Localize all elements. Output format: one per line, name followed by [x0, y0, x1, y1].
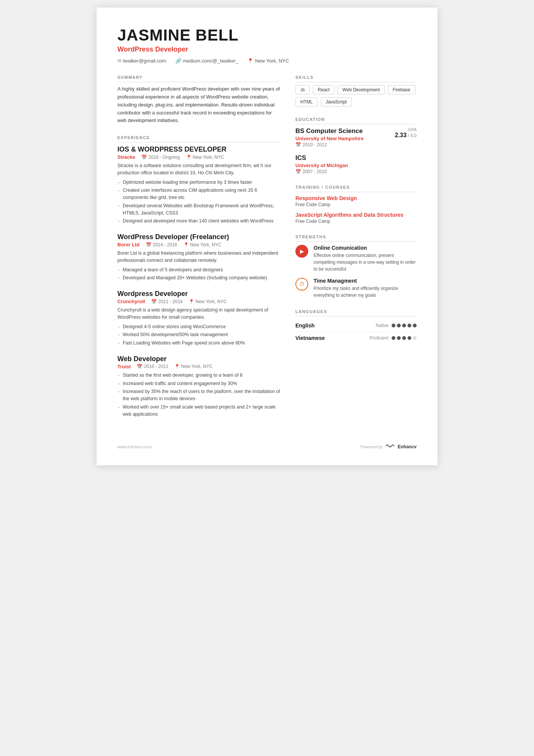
edu-date-1: 📅 2010 - 2012 — [295, 142, 364, 147]
edu-left-1: BS Computer Science University of New Ha… — [295, 127, 364, 147]
training-item-2: JavaScript Algorithms and Data Structure… — [295, 212, 417, 224]
edu-degree-2: ICS — [295, 154, 417, 162]
lang-name-2: Vietnamese — [295, 335, 325, 341]
lang-name-1: English — [295, 322, 315, 329]
dot — [397, 324, 401, 327]
job-title-4: Web Developer — [117, 355, 280, 363]
location-icon: 📍 — [247, 58, 253, 64]
bullet-item: Worked with over 15+ small scale web bas… — [117, 404, 280, 418]
job-company-1: Stracke — [117, 154, 135, 160]
job-company-2: Borer Ltd — [117, 242, 140, 247]
calendar-edu-icon: 📅 — [295, 142, 301, 147]
strength-desc-1: Effective online communication, present … — [314, 252, 417, 272]
skill-tag: HTML — [295, 97, 318, 106]
strength-content-1: Online Comunication Effective online com… — [314, 245, 417, 272]
resume-page: JASMINE BELL WordPress Developer ✉ twalk… — [97, 8, 437, 465]
job-date-4: 📅 2010 - 2011 — [137, 364, 168, 369]
calendar-edu-icon-2: 📅 — [295, 169, 301, 174]
dot — [402, 324, 406, 327]
languages-section: LANGUAGES English Native — [295, 309, 417, 344]
candidate-name: JASMINE BELL — [117, 27, 417, 44]
course-provider-1: Free Code Camp — [295, 202, 417, 207]
skill-tag: Web Development — [337, 85, 385, 94]
job-meta-4: Truist 📅 2010 - 2011 📍 New York, NYC — [117, 364, 280, 369]
website-contact: 🔗 medium.com/@_twalker_ — [175, 58, 239, 64]
bullet-item: Increased web traffic and content engage… — [117, 380, 280, 387]
course-name-1: Responsive Web Design — [295, 195, 417, 201]
pin-icon-1: 📍 — [186, 155, 192, 160]
powered-by-text: Powered by — [361, 445, 383, 449]
left-column: SUMMARY A highly skilled and proficient … — [117, 75, 280, 428]
education-section: EDUCATION BS Computer Science University… — [295, 117, 417, 174]
edu-degree-1: BS Computer Science — [295, 127, 364, 135]
calendar-icon-2: 📅 — [146, 242, 151, 247]
course-provider-2: Free Code Camp — [295, 219, 417, 224]
dot — [402, 336, 406, 340]
training-section: TRAINING / COURSES Responsive Web Design… — [295, 185, 417, 224]
skills-title: SKILLS — [295, 75, 417, 82]
job-date-3: 📅 2011 - 2014 — [151, 299, 183, 304]
pin-icon-2: 📍 — [183, 242, 189, 247]
experience-section: EXPERIENCE IOS & WORDPRESS DEVELOPER Str… — [117, 135, 280, 418]
bullet-item: Increased by 35% the reach of users to t… — [117, 388, 280, 402]
email-text: twalker@gmail.com — [123, 58, 166, 64]
job-bullets-1: Optimized website loading time performan… — [117, 179, 280, 225]
edu-school-1: University of New Hampshire — [295, 136, 364, 141]
footer-website: www.enhancv.com — [117, 445, 152, 449]
experience-title: EXPERIENCE — [117, 135, 280, 142]
summary-title: SUMMARY — [117, 75, 280, 82]
summary-text: A highly skilled and proficient WordPres… — [117, 85, 280, 125]
job-company-4: Truist — [117, 364, 131, 369]
lang-level-1: Native — [376, 323, 389, 328]
job-item-3: Wordpress Developer Crunchyroll 📅 2011 -… — [117, 290, 280, 347]
lang-level-2: Proficient — [370, 335, 389, 341]
job-item-1: IOS & WORDPRESS DEVELOPER Stracke 📅 2016… — [117, 146, 280, 225]
footer: www.enhancv.com Powered by Enhancv — [117, 443, 417, 450]
calendar-icon-1: 📅 — [141, 155, 147, 160]
lang-right-1: Native — [376, 323, 417, 328]
education-title: EDUCATION — [295, 117, 417, 124]
edu-gpa-row-1: BS Computer Science University of New Ha… — [295, 127, 417, 147]
job-bullets-4: Started as the first web developer, grow… — [117, 372, 280, 418]
job-meta-1: Stracke 📅 2016 - Ongoing 📍 New York, NYC — [117, 154, 280, 160]
skill-tag: Js — [295, 85, 310, 94]
job-desc-2: Borer Ltd is a global freelancing platfo… — [117, 250, 280, 264]
strength-icon-2: ⏱ — [295, 278, 308, 291]
link-icon: 🔗 — [175, 58, 181, 64]
language-item-2: Vietnamese Proficient — [295, 332, 417, 344]
edu-school-2: University of Michigan — [295, 163, 417, 168]
enhancv-logo-icon — [385, 443, 395, 450]
skill-tag: Firebase — [388, 85, 415, 94]
languages-title: LANGUAGES — [295, 309, 417, 316]
strength-content-2: Time Managment Prioritize my tasks and e… — [314, 278, 417, 299]
job-location-2: 📍 New York, NYC — [183, 242, 222, 247]
job-desc-3: Crunchyroll is a web design agency speci… — [117, 307, 280, 321]
job-location-1: 📍 New York, NYC — [186, 155, 224, 160]
job-location-3: 📍 New York, NYC — [189, 299, 227, 304]
email-icon: ✉ — [117, 58, 122, 64]
skills-section: SKILLS Js React Web Development Firebase… — [295, 75, 417, 106]
strength-icon-1: ▶ — [295, 245, 308, 258]
header-section: JASMINE BELL WordPress Developer ✉ twalk… — [117, 27, 417, 64]
skill-tag: JavaScript — [321, 97, 352, 106]
job-meta-3: Crunchyroll 📅 2011 - 2014 📍 New York, NY… — [117, 299, 280, 304]
gpa-block: GPA 2.33 / 4.0 — [395, 127, 417, 139]
strength-item-2: ⏱ Time Managment Prioritize my tasks and… — [295, 278, 417, 299]
enhancv-brand: Enhancv — [398, 444, 417, 449]
job-date-2: 📅 2014 - 2016 — [146, 242, 177, 247]
job-location-4: 📍 New York, NYC — [174, 364, 212, 369]
contact-row: ✉ twalker@gmail.com 🔗 medium.com/@_twalk… — [117, 58, 417, 64]
job-bullets-2: Managed a team of 5 developers and desig… — [117, 266, 280, 282]
lang-dots-2 — [392, 336, 417, 340]
dot — [392, 324, 395, 327]
edu-item-1: BS Computer Science University of New Ha… — [295, 127, 417, 147]
course-name-2: JavaScript Algorithms and Data Structure… — [295, 212, 417, 218]
job-meta-2: Borer Ltd 📅 2014 - 2016 📍 New York, NYC — [117, 242, 280, 247]
bullet-item: Designed 4-5 online stores using WooComm… — [117, 323, 280, 330]
dot — [408, 324, 411, 327]
edu-item-2: ICS University of Michigan 📅 2007 - 2010 — [295, 154, 417, 174]
dot — [392, 336, 395, 340]
dot — [408, 336, 411, 340]
website-text: medium.com/@_twalker_ — [183, 58, 239, 64]
strength-title-2: Time Managment — [314, 278, 417, 284]
